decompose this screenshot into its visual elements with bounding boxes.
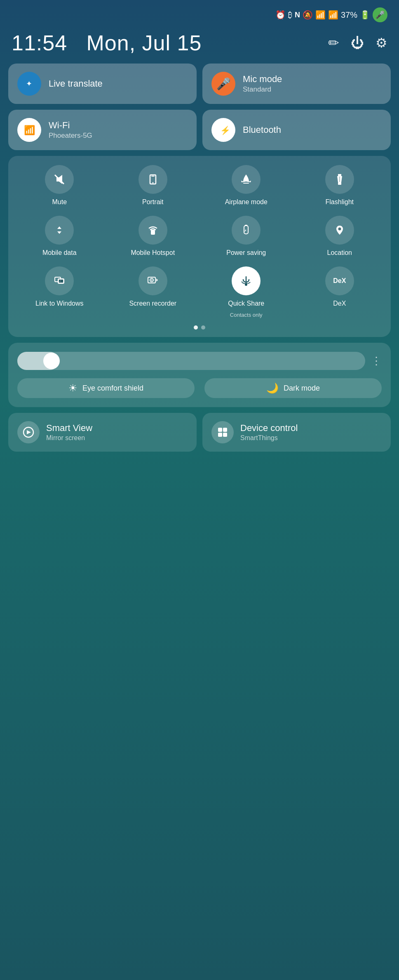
- bluetooth-title: Bluetooth: [243, 125, 281, 135]
- bluetooth-text: Bluetooth: [243, 125, 281, 135]
- brightness-menu-button[interactable]: ⋮: [371, 355, 382, 368]
- eye-comfort-button[interactable]: ☀ Eye comfort shield: [17, 378, 195, 398]
- svg-rect-9: [338, 174, 341, 176]
- action-hotspot[interactable]: Mobile Hotspot: [108, 216, 199, 257]
- mute-icon: 🔕: [303, 10, 313, 20]
- mic-mode-tile[interactable]: 🎤 Mic mode Standard: [202, 64, 391, 104]
- pagination-dot-1[interactable]: [194, 325, 198, 330]
- svg-marker-21: [156, 278, 158, 282]
- action-mobile-data[interactable]: Mobile data: [14, 216, 105, 257]
- airplane-label: Airplane mode: [225, 198, 268, 207]
- device-control-title: Device control: [240, 423, 298, 433]
- wifi-tile[interactable]: 📶 Wi-Fi Phoeaters-5G: [8, 110, 197, 150]
- portrait-action-icon: [138, 165, 167, 194]
- action-dex[interactable]: DeX DeX: [294, 266, 385, 319]
- settings-button[interactable]: ⚙: [376, 35, 387, 51]
- quick-share-subtitle: Contacts only: [230, 312, 263, 319]
- mute-action-icon: [45, 165, 74, 194]
- quick-actions-grid: Mute Portrait Airplane mode: [14, 165, 385, 319]
- action-airplane[interactable]: Airplane mode: [201, 165, 292, 207]
- header-actions: ✏ ⏻ ⚙: [328, 35, 387, 51]
- quick-actions-panel: Mute Portrait Airplane mode: [8, 156, 391, 337]
- mute-label: Mute: [52, 198, 67, 207]
- svg-rect-29: [218, 433, 222, 437]
- smart-view-subtitle: Mirror screen: [46, 434, 92, 442]
- quick-share-label: Quick Share: [228, 299, 264, 308]
- mobile-data-action-icon: [45, 216, 74, 245]
- hotspot-label: Mobile Hotspot: [131, 249, 175, 257]
- mic-mode-title: Mic mode: [243, 74, 282, 85]
- brightness-row: ⋮: [17, 352, 382, 370]
- status-icons: ⏰ ₿ N 🔕 📶 📶 37% 🔋 🎤: [275, 7, 387, 22]
- mic-mode-icon: 🎤: [211, 72, 235, 96]
- svg-point-16: [338, 227, 341, 230]
- svg-rect-30: [223, 433, 227, 437]
- eye-comfort-icon: ☀: [68, 382, 77, 394]
- edit-button[interactable]: ✏: [328, 35, 339, 51]
- action-portrait[interactable]: Portrait: [108, 165, 199, 207]
- date: Mon, Jul 15: [86, 31, 202, 55]
- mobile-data-label: Mobile data: [42, 249, 77, 257]
- brightness-slider[interactable]: [17, 352, 365, 370]
- location-action-icon: [325, 216, 354, 245]
- svg-text:⚡: ⚡: [220, 125, 230, 135]
- svg-point-8: [152, 182, 153, 184]
- device-control-icon: [211, 421, 234, 443]
- live-translate-tile[interactable]: ✦ Live translate: [8, 64, 197, 104]
- action-mute[interactable]: Mute: [14, 165, 105, 207]
- action-location[interactable]: Location: [294, 216, 385, 257]
- action-screen-recorder[interactable]: Screen recorder: [108, 266, 199, 319]
- device-control-subtitle: SmartThings: [240, 434, 298, 442]
- screen-recorder-label: Screen recorder: [129, 299, 176, 308]
- svg-point-23: [151, 279, 152, 280]
- wifi-icon: 📶: [17, 118, 41, 142]
- hotspot-action-icon: [138, 216, 167, 245]
- airplane-action-icon: [232, 165, 261, 194]
- mic-active-indicator: 🎤: [373, 7, 387, 22]
- bluetooth-status-icon: ₿: [288, 10, 292, 20]
- brightness-thumb[interactable]: [43, 353, 60, 369]
- flashlight-label: Flashlight: [326, 198, 354, 207]
- svg-marker-26: [27, 430, 31, 434]
- header-bar: 11:54 Mon, Jul 15 ✏ ⏻ ⚙: [0, 26, 399, 64]
- power-saving-label: Power saving: [226, 249, 266, 257]
- brightness-panel: ⋮ ☀ Eye comfort shield 🌙 Dark mode: [8, 343, 391, 407]
- dex-label: DeX: [333, 299, 346, 308]
- nfc-icon: N: [295, 11, 300, 19]
- svg-text:📶: 📶: [24, 125, 35, 136]
- quick-tiles-grid: ✦ Live translate 🎤 Mic mode Standard 📶 W…: [0, 64, 399, 150]
- battery-text: 37%: [341, 10, 357, 20]
- battery-icon: 🔋: [360, 10, 370, 20]
- dark-mode-icon: 🌙: [266, 382, 279, 394]
- svg-rect-28: [223, 428, 227, 432]
- action-quick-share[interactable]: Quick Share Contacts only: [201, 266, 292, 319]
- brightness-toggles: ☀ Eye comfort shield 🌙 Dark mode: [17, 378, 382, 398]
- action-link-windows[interactable]: Link to Windows: [14, 266, 105, 319]
- signal-icon: 📶: [328, 10, 338, 20]
- brightness-fill: [17, 352, 59, 370]
- action-power-saving[interactable]: Power saving: [201, 216, 292, 257]
- bluetooth-tile[interactable]: ⚡ Bluetooth: [202, 110, 391, 150]
- live-translate-icon: ✦: [17, 72, 41, 96]
- action-flashlight[interactable]: Flashlight: [294, 165, 385, 207]
- wifi-title: Wi-Fi: [49, 120, 92, 131]
- smart-view-icon: [17, 421, 40, 443]
- wifi-text: Wi-Fi Phoeaters-5G: [49, 120, 92, 140]
- svg-point-24: [245, 283, 247, 286]
- screen-recorder-action-icon: [138, 266, 167, 295]
- power-saving-action-icon: [232, 216, 261, 245]
- svg-rect-13: [151, 230, 155, 235]
- smart-view-tile[interactable]: Smart View Mirror screen: [8, 413, 197, 452]
- pagination-dots: [14, 325, 385, 330]
- dark-mode-button[interactable]: 🌙 Dark mode: [204, 378, 382, 398]
- pagination-dot-2[interactable]: [201, 325, 205, 330]
- link-windows-label: Link to Windows: [35, 299, 84, 308]
- dex-action-icon: DeX: [325, 266, 354, 295]
- location-label: Location: [327, 249, 352, 257]
- quick-share-action-icon: [232, 266, 261, 295]
- power-button[interactable]: ⏻: [351, 35, 364, 51]
- wifi-status-icon: 📶: [315, 10, 326, 20]
- svg-text:✦: ✦: [26, 80, 32, 88]
- live-translate-title: Live translate: [49, 78, 103, 89]
- device-control-tile[interactable]: Device control SmartThings: [202, 413, 391, 452]
